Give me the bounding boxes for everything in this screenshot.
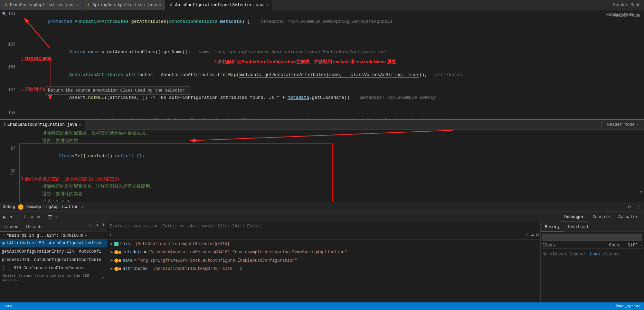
var-row-this[interactable]: ▶ this = {AutoConfigurationImportSelecto… [107,240,540,248]
var-row-attributes[interactable]: ▶ attributes = {AnnotationAttributes@374… [107,265,540,273]
eval-toolbar: + ⊞ ≡ ⚙ [107,230,540,240]
code-line-comment2: 退货：要排除的类名 [0,190,644,198]
code-line-97: 97 Class<?>[] exclude() default {}; [0,145,644,168]
close-session-icon[interactable]: ✕ [81,204,84,209]
collapse-icon[interactable]: ≡ [531,232,534,238]
tab-enableautoconfiguration[interactable]: J EnableAutoConfiguration.java ✕ [0,120,85,130]
obj-icon-orange3 [114,267,119,271]
session-name: DemoSpringApplication [26,205,78,209]
add-watch-icon[interactable]: + [101,222,107,232]
add-watch-icon-2[interactable]: + [109,232,112,238]
load-classes-link[interactable]: Load classes [590,252,619,257]
debug-sub-tabs: Frames Threads ⊟ ▾ + [0,222,107,232]
close-icon[interactable]: ✕ [266,3,269,7]
tab-frames[interactable]: Frames [0,222,22,232]
frames-list-icon[interactable]: ☰ [47,214,53,220]
col-class-header: Class [542,243,601,248]
col-diff-header: Diff ▾ [622,243,642,248]
frame-item-0[interactable]: getAttributes:159, AutoConfigurationImpo [0,239,107,247]
resume-icon[interactable]: ▶ [2,214,7,220]
frames-list: getAttributes:159, AutoConfigurationImpo… [0,239,107,302]
code-line-155: 155 String name = getAnnotationClass().g… [0,41,644,64]
bottom-editor: J EnableAutoConfiguration.java ✕ ⋮ Reade… [0,119,644,202]
obj-icon-orange [114,250,119,254]
status-bar: CSDN @Man_Spring [0,302,644,310]
expand-arrow: ▶ [111,257,113,264]
close-icon[interactable]: ✕ [159,3,161,7]
step-out-icon[interactable]: ↑ [22,214,28,220]
filter-thread-icon[interactable]: ⊟ [80,233,83,238]
reader-mode-button-top[interactable]: Reader Mode [613,3,644,8]
top-tab-bar: J DemoSpringApplication.java ✕ J SpringB… [0,0,644,10]
step-over-icon[interactable]: ↷ [9,214,14,220]
java-icon: J [169,3,173,8]
code-line-98: 98 [0,168,644,175]
memory-tabs: Memory Overhead [541,222,644,232]
frames-threads-panel: Frames Threads ⊟ ▾ + ✓ "main"@1 in g...a… [0,222,107,302]
status-left: CSDN [3,304,12,308]
obj-sub-icon [119,251,121,254]
tab-actuator[interactable]: Actuator [614,212,642,222]
debug-section: Debug DemoSpringApplication ✕ ⚙ ⋮ ▶ ↷ ↓ … [0,202,644,302]
tab-demospringapplication[interactable]: J DemoSpringApplication.java ✕ [0,0,83,10]
edit-icon[interactable]: ✏️ [10,171,13,177]
filter-icon[interactable]: ⊟ [88,222,94,232]
no-classes-container: No classes loaded. Load classes [542,252,642,257]
run-cursor-icon[interactable]: ⇥ [29,214,35,220]
memory-table-header: Class Count Diff ▾ [542,242,642,249]
tab-overhead[interactable]: Overhead [564,222,592,232]
status-right: @Man_Spring [615,304,641,308]
frame-item-1[interactable]: getAutoConfigurationEntry:124, AutoConfi [0,247,107,256]
var-row-metadata[interactable]: ▶ metadata = {StandardAnnotationMetadata… [107,248,540,256]
frame-item-3[interactable]: ⋮ ⋮ 870 ConfigurationClassParsers [0,264,107,272]
tab-memory[interactable]: Memory [541,222,564,232]
more-debug-icon[interactable]: ⋮ [636,204,641,210]
tab-label: SpringBootApplication.java [93,3,157,8]
code-line-comment3: 自从：1.3.0 [0,198,644,202]
java-icon: J [3,123,6,127]
debug-main-layout: Frames Threads ⊟ ▾ + ✓ "main"@1 in g...a… [0,222,644,302]
tab-label: DemoSpringApplication.java [10,3,75,8]
var-row-name[interactable]: ▶ name = "org.springframework.boot.autoc… [107,256,540,265]
code-line-pre2: 退货：要排除的类 [0,137,644,145]
expand-icon[interactable]: ▾ [94,222,100,232]
obj-icon-orange2 [114,259,119,263]
tab-debugger[interactable]: Debugger [560,212,588,222]
java-icon: J [3,3,8,8]
memory-search-input[interactable] [542,234,642,241]
more-options-icon[interactable]: ⋮ [598,121,607,128]
tab-label: EnableAutoConfiguration.java [8,122,77,127]
thread-item[interactable]: ✓ "main"@1 in g...ain": RUNNING ⊟ ▾ [0,232,107,239]
vars-settings-icon[interactable]: ⚙ [536,232,539,238]
reader-mode-bottom[interactable]: Reader Mode ✓ [607,122,644,127]
reader-mode-top[interactable]: Reader Mode [606,12,634,17]
thread-expand-icon[interactable]: ▾ [85,233,87,238]
thread-name: "main"@1 in g...ain": RUNNING [7,233,79,238]
code-line-comment1: 排除特定的自动配置类名，这样它们就永远不会被应用。 [0,183,644,190]
debug-toolbar: ▶ ↷ ↓ ↑ ⇥ ⌨ ☰ ⊞ [2,214,59,220]
obj-sub-icon3 [119,267,121,270]
step-into-icon[interactable]: ↓ [15,214,21,220]
tab-springbootapplication[interactable]: J SpringBootApplication.java ✕ [83,0,165,10]
settings-icon-2[interactable]: ⊞ [55,214,59,220]
expand-arrow: ▶ [111,249,113,256]
expand-all-icon[interactable]: ⊞ [527,232,529,238]
variables-panel: + ⊞ ≡ ⚙ ▶ this = {AutoConfigurationImpor… [107,222,540,302]
tab-autoconfigurationimportselector[interactable]: J AutoConfigurationImportSelector.java ✕ [165,0,273,10]
settings-icon[interactable]: ⚙ [628,204,631,210]
bottom-code-area: 排除特定的自动配置类，这样它们就永远不会被应用。 退货：要排除的类 97 Cla… [0,130,644,202]
tab-console[interactable]: Console [588,212,614,222]
switch-frames-hint[interactable]: Switch frames from anywhere in the IDE w… [0,272,107,283]
session-icon [18,204,23,210]
expand-arrow: ▶ [111,241,113,247]
tab-threads[interactable]: Threads [22,222,46,232]
col-count-header: Count [601,243,622,248]
close-icon[interactable]: ✕ [76,3,79,7]
close-icon[interactable]: ✕ [79,122,81,127]
frame-item-2[interactable]: process:440, AutoConfigurationImportSele [0,256,107,264]
evaluate-icon[interactable]: ⌨ [36,214,41,220]
eval-input[interactable] [107,222,540,230]
diff-sort-icon[interactable]: ▾ [640,243,642,247]
code-line-154: 🔍 154 protected AnnotationAttributes get… [0,10,644,41]
code-line-cn3: 3.他们本来就是空的，所以他们获取到的也是空的 [0,175,644,183]
